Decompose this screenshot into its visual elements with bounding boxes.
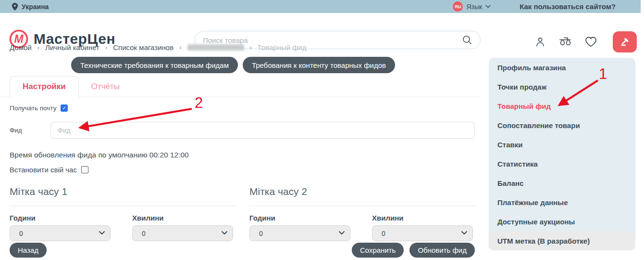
timestamp-1-title: Мітка часу 1 bbox=[10, 186, 235, 206]
breadcrumb-separator: › bbox=[37, 44, 39, 51]
breadcrumb-separator: › bbox=[250, 44, 252, 51]
hours-label: Години bbox=[249, 214, 350, 222]
own-time-checkbox[interactable] bbox=[81, 166, 88, 173]
back-button[interactable]: Назад bbox=[10, 243, 47, 258]
feed-requirements-links: Технические требования к товарным фидам … bbox=[71, 57, 395, 73]
header-icons bbox=[534, 31, 637, 52]
language-label: Язык bbox=[466, 3, 482, 11]
breadcrumb-separator: › bbox=[105, 44, 107, 51]
save-button[interactable]: Сохранить bbox=[352, 243, 404, 258]
breadcrumb: Домой › Личный кабинет › Список магазино… bbox=[10, 43, 307, 52]
own-time-label: Встановити свій час bbox=[10, 166, 77, 174]
sidebar-item-shop-profile[interactable]: Профиль магазина bbox=[489, 58, 635, 77]
feed-label: Фид bbox=[10, 127, 50, 134]
update-feed-button[interactable]: Обновить фид bbox=[409, 243, 475, 258]
country-label: Украина bbox=[22, 3, 49, 11]
tab-settings[interactable]: Настройки bbox=[10, 76, 79, 97]
favorites-heart-icon[interactable] bbox=[584, 36, 597, 48]
site-help-link[interactable]: Как пользоваться сайтом? bbox=[520, 2, 616, 11]
shop-sidebar-menu: Профиль магазина Точки продаж Товарный ф… bbox=[489, 58, 635, 250]
location-pin-icon bbox=[12, 3, 18, 11]
compare-scales-icon[interactable] bbox=[558, 36, 572, 48]
receive-mail-checkbox[interactable]: ✓ bbox=[61, 104, 68, 112]
user-account-icon[interactable] bbox=[534, 36, 546, 48]
timestamp-1-hours-select[interactable]: 0 bbox=[10, 225, 111, 241]
sidebar-item-product-feed[interactable]: Товарный фид bbox=[489, 96, 635, 116]
timestamp-1-section: Мітка часу 1 Години 0 Хвилини bbox=[10, 186, 235, 241]
timestamp-2-hours-select[interactable]: 0 bbox=[249, 225, 350, 241]
timestamp-sections: Мітка часу 1 Години 0 Хвилини bbox=[10, 186, 475, 241]
form-actions: Назад Сохранить Обновить фид bbox=[10, 243, 475, 258]
timestamp-2-section: Мітка часу 2 Години 0 Хвилини bbox=[249, 186, 475, 241]
sidebar-item-rates[interactable]: Ставки bbox=[489, 135, 635, 154]
timestamp-2-title: Мітка часу 2 bbox=[249, 186, 475, 206]
main-header: М МастерЦен bbox=[0, 13, 644, 41]
breadcrumb-separator: › bbox=[179, 44, 181, 51]
receive-mail-label: Получать почту bbox=[10, 104, 56, 112]
tab-reports[interactable]: Отчёты bbox=[79, 76, 132, 97]
settings-tabs: Настройки Отчёты bbox=[0, 76, 481, 97]
search-input[interactable] bbox=[203, 36, 462, 44]
feed-input-row: Фид bbox=[10, 122, 475, 139]
sidebar-item-balance[interactable]: Баланс bbox=[489, 173, 635, 193]
sidebar-item-available-auctions[interactable]: Доступные аукционы bbox=[489, 212, 635, 231]
language-selector[interactable]: RU Язык bbox=[453, 1, 491, 12]
breadcrumb-account[interactable]: Личный кабинет bbox=[45, 43, 99, 52]
timestamp-2-hours-field: Години 0 bbox=[249, 214, 350, 241]
product-feed-settings-page: Украина RU Язык Как пользоваться сайтом?… bbox=[0, 0, 644, 260]
default-update-time-text: Время обновления фида по умолчанию 00:20… bbox=[10, 151, 189, 159]
sidebar-item-payment-data[interactable]: Платёжные данные bbox=[489, 193, 635, 212]
sidebar-item-sales-points[interactable]: Точки продаж bbox=[489, 77, 635, 96]
topbar-right-group: RU Язык Как пользоваться сайтом? bbox=[453, 1, 641, 12]
search-icon[interactable] bbox=[462, 35, 472, 45]
timestamp-2-minutes-field: Хвилини 0 bbox=[372, 214, 473, 241]
timestamp-1-minutes-select[interactable]: 0 bbox=[132, 225, 233, 241]
timestamp-1-minutes-field: Хвилини 0 bbox=[132, 214, 233, 241]
breadcrumb-home[interactable]: Домой bbox=[10, 43, 32, 52]
gavel-icon bbox=[619, 37, 630, 47]
sidebar-item-utm-label[interactable]: UTM метка (В разработке) bbox=[489, 231, 635, 250]
top-bar: Украина RU Язык Как пользоваться сайтом? bbox=[0, 0, 641, 13]
chevron-down-icon bbox=[485, 5, 491, 8]
content-requirements-button[interactable]: Требования к контенту товарных фидов bbox=[243, 57, 395, 73]
minutes-label: Хвилини bbox=[372, 214, 473, 222]
feed-url-input[interactable] bbox=[50, 122, 475, 139]
language-flag-badge: RU bbox=[453, 1, 463, 12]
auction-gavel-button[interactable] bbox=[613, 31, 637, 52]
sidebar-item-statistics[interactable]: Статистика bbox=[489, 154, 635, 173]
technical-requirements-button[interactable]: Технические требования к товарным фидам bbox=[71, 57, 238, 73]
own-time-row: Встановити свій час bbox=[10, 166, 88, 174]
breadcrumb-shop-name-redacted bbox=[187, 44, 244, 51]
breadcrumb-current: Товарный фид bbox=[258, 43, 307, 52]
timestamp-1-hours-field: Години 0 bbox=[10, 214, 111, 241]
sidebar-item-product-matching[interactable]: Сопоставление товари bbox=[489, 116, 635, 135]
timestamp-2-minutes-select[interactable]: 0 bbox=[372, 225, 473, 241]
hours-label: Години bbox=[10, 214, 111, 222]
minutes-label: Хвилини bbox=[132, 214, 233, 222]
breadcrumb-shop-list[interactable]: Список магазинов bbox=[113, 43, 173, 52]
receive-mail-row: Получать почту ✓ bbox=[10, 104, 68, 112]
country-selector[interactable]: Украина bbox=[12, 3, 49, 11]
